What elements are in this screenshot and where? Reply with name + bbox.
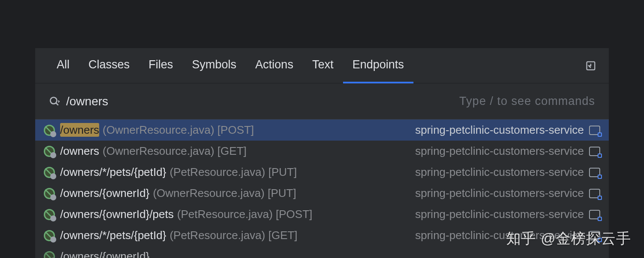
- search-everywhere-popup: AllClassesFilesSymbolsActionsTextEndpoin…: [35, 48, 609, 258]
- result-row[interactable]: /owners(OwnerResource.java) [POST]spring…: [35, 120, 609, 141]
- result-path: /owners/{ownerId}: [60, 187, 149, 200]
- endpoint-icon: [44, 146, 55, 157]
- result-file: (OwnerResource.java) [GET]: [103, 144, 246, 158]
- result-path: /owners/*/pets/{petId}: [60, 229, 166, 242]
- folder-icon: [589, 189, 600, 198]
- folder-icon: [589, 147, 600, 156]
- result-file: (PetResource.java) [POST]: [177, 208, 313, 221]
- pin-icon[interactable]: [585, 60, 597, 72]
- result-row[interactable]: /owners(OwnerResource.java) [GET]spring-…: [35, 141, 609, 162]
- tab-files[interactable]: Files: [139, 48, 182, 83]
- result-file: (OwnerResource.java) [PUT]: [153, 187, 296, 200]
- endpoint-icon: [44, 188, 55, 199]
- svg-point-1: [50, 97, 57, 104]
- tab-text[interactable]: Text: [303, 48, 343, 83]
- endpoint-icon: [44, 251, 55, 258]
- result-row[interactable]: /owners/{ownerId}/pets(PetResource.java)…: [35, 204, 609, 225]
- tab-bar: AllClassesFilesSymbolsActionsTextEndpoin…: [35, 48, 609, 83]
- result-file: (OwnerResource.java) [POST]: [103, 123, 254, 137]
- endpoint-icon: [44, 167, 55, 178]
- result-path: /owners/{ownerId}/pets: [60, 208, 174, 221]
- result-path: /owners: [60, 144, 99, 158]
- result-path: /owners/*/pets/{petId}: [60, 166, 166, 179]
- result-row[interactable]: /owners/*/pets/{petId}(PetResource.java)…: [35, 162, 609, 183]
- result-file: (PetResource.java) [GET]: [170, 229, 298, 242]
- watermark: 知乎 @金榜探云手: [506, 229, 631, 249]
- result-module: spring-petclinic-customers-service: [415, 187, 584, 200]
- search-row: Type / to see commands: [35, 83, 609, 120]
- result-path: /owners: [60, 123, 99, 137]
- result-path: /owners/{ownerId}: [60, 250, 149, 258]
- result-module: spring-petclinic-customers-service: [415, 208, 584, 221]
- result-module: spring-petclinic-customers-service: [415, 123, 584, 137]
- result-row[interactable]: /owners/{ownerId}(OwnerResource.java) [P…: [35, 183, 609, 204]
- endpoint-icon: [44, 125, 55, 136]
- folder-icon: [589, 210, 600, 219]
- search-icon: [49, 96, 60, 107]
- endpoint-icon: [44, 230, 55, 241]
- tab-symbols[interactable]: Symbols: [182, 48, 246, 83]
- result-file: (PetResource.java) [PUT]: [170, 166, 297, 179]
- endpoint-icon: [44, 209, 55, 220]
- tab-classes[interactable]: Classes: [79, 48, 139, 83]
- tab-actions[interactable]: Actions: [246, 48, 303, 83]
- search-input[interactable]: [66, 95, 459, 108]
- result-module: spring-petclinic-customers-service: [415, 144, 584, 158]
- result-module: spring-petclinic-customers-service: [415, 166, 584, 179]
- folder-icon: [589, 168, 600, 177]
- search-hint: Type / to see commands: [459, 95, 595, 108]
- folder-icon: [589, 126, 600, 135]
- tab-endpoints[interactable]: Endpoints: [343, 48, 413, 83]
- tab-all[interactable]: All: [47, 48, 79, 83]
